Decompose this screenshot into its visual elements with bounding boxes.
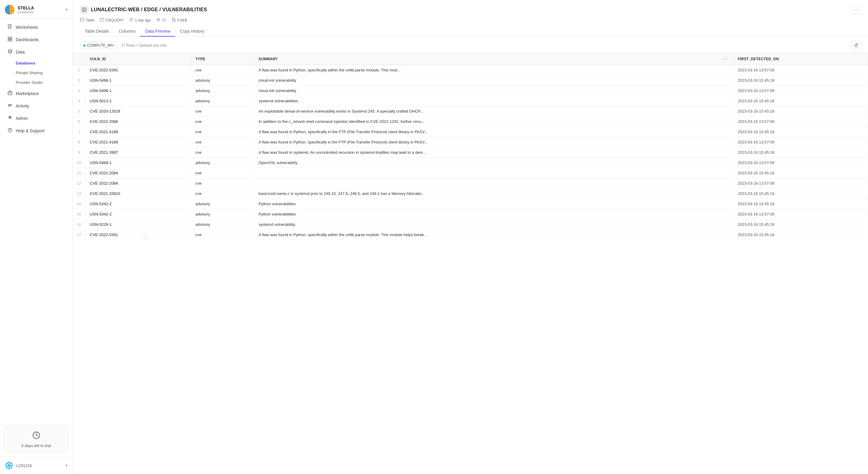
cell-vuln-id: USN-5226-1 <box>85 219 191 230</box>
sidebar-item-help-support-label: Help & Support <box>16 128 44 133</box>
svg-rect-6 <box>8 39 10 41</box>
brand-chevron-icon[interactable]: ▾ <box>66 7 67 12</box>
cell-first-detected: 2023-03-16 13:57:09 <box>733 137 868 147</box>
cell-rownum: 1 <box>73 65 85 75</box>
summary-col-more-button[interactable]: ··· <box>721 56 729 62</box>
sidebar-collapse-button[interactable]: › <box>142 234 148 240</box>
footer-chevron-icon[interactable]: ▾ <box>66 464 67 468</box>
cell-first-detected: 2023-03-16 15:45:18 <box>733 219 868 230</box>
sidebar-item-private-sharing[interactable]: Private Sharing <box>2 68 70 77</box>
tab-table-details[interactable]: Table Details <box>80 26 114 37</box>
cell-first-detected: 2023-03-16 15:45:18 <box>733 106 868 116</box>
query-icon <box>100 18 104 23</box>
cell-first-detected: 2023-03-16 15:45:18 <box>733 96 868 106</box>
svg-line-31 <box>131 20 132 20</box>
compute-wh-badge[interactable]: COMPUTE_WH <box>80 41 117 49</box>
cell-rownum: 17 <box>73 230 85 240</box>
breadcrumb: LUNALECTRIC-WEB / EDGE / VULNERABILITIES <box>80 5 207 14</box>
sidebar-item-databases[interactable]: Databases <box>2 59 70 68</box>
data-table: VULN_ID TYPE SUMMARY ··· FIRST_DETECTED_… <box>73 53 868 240</box>
meta-type-text: Table <box>86 18 94 23</box>
cell-summary: An exploitable denial-of-service vulnera… <box>254 106 733 116</box>
tab-copy-history[interactable]: Copy History <box>175 26 209 37</box>
table-area: COMPUTE_WH 17 Rows • Updated just now VU… <box>73 37 868 474</box>
sidebar-footer[interactable]: LZ91216 ▾ <box>0 457 72 474</box>
cell-first-detected: 2023-03-16 13:57:09 <box>733 209 868 219</box>
cell-rownum: 15 <box>73 209 85 219</box>
tabs-bar: Table Details Columns Data Preview Copy … <box>73 23 868 37</box>
sidebar-item-data[interactable]: Data <box>2 46 70 58</box>
dashboards-icon <box>7 37 13 43</box>
toolbar-left: COMPUTE_WH 17 Rows • Updated just now <box>80 41 166 49</box>
cell-summary: A flaw was found in Python, specifically… <box>254 137 733 147</box>
svg-rect-19 <box>82 8 86 11</box>
sidebar-item-worksheets[interactable]: Worksheets <box>2 21 70 33</box>
footer-id: LZ91216 <box>17 464 63 468</box>
refresh-button[interactable] <box>851 41 861 50</box>
table-row: 16 USN-5226-1 advisory systemd vulnerabi… <box>73 219 868 230</box>
brand-text: STELLA Lunalectric <box>18 5 34 14</box>
cell-type: cve <box>191 127 254 137</box>
table-row: 9 CVE-2021-3997 cve A flaw was found in … <box>73 147 868 158</box>
svg-line-18 <box>36 435 38 436</box>
admin-icon <box>7 115 13 122</box>
size-icon <box>172 18 176 23</box>
table-row: 2 USN-5496-1 advisory cloud-init vulnera… <box>73 75 868 86</box>
sidebar-item-help-support[interactable]: Help & Support <box>2 125 70 137</box>
svg-point-14 <box>8 128 12 132</box>
cell-vuln-id: USN-5496-1 <box>85 75 191 86</box>
table-row: 13 CVE-2021-33910 cve basic/unit-name.c … <box>73 189 868 199</box>
rows-icon <box>156 18 160 23</box>
cell-rownum: 4 <box>73 96 85 106</box>
cell-vuln-id: USN-5488-1 <box>85 158 191 168</box>
cell-summary: systemd vulnerabilities <box>254 96 733 106</box>
cell-first-detected: 2023-03-16 15:45:18 <box>733 127 868 137</box>
tab-data-preview[interactable]: Data Preview <box>140 26 175 37</box>
col-header-first-detected: FIRST_DETECTED_ON <box>733 53 868 65</box>
cell-type: cve <box>191 106 254 116</box>
sidebar-nav: Worksheets Dashboards <box>0 19 72 422</box>
cell-vuln-id: USN-5342-2 <box>85 199 191 209</box>
brand-logo <box>5 5 14 14</box>
more-options-button[interactable]: ··· <box>851 5 861 14</box>
meta-query-text: CNQUERY <box>106 18 124 23</box>
table-header: VULN_ID TYPE SUMMARY ··· FIRST_DETECTED_… <box>73 53 868 65</box>
meta-type: Table <box>80 18 94 23</box>
cell-vuln-id: CVE-2022-2084 <box>85 178 191 189</box>
sidebar-item-provider-studio[interactable]: Provider Studio <box>2 78 70 87</box>
cell-rownum: 6 <box>73 116 85 127</box>
cell-type: advisory <box>191 86 254 96</box>
cell-summary: basic/unit-name.c in systemd prior to 24… <box>254 189 733 199</box>
col-header-type: TYPE <box>191 53 254 65</box>
sidebar-item-dashboards[interactable]: Dashboards <box>2 34 70 46</box>
cell-rownum: 2 <box>73 75 85 86</box>
compute-wh-label: COMPUTE_WH <box>87 43 114 47</box>
sidebar: STELLA Lunalectric ▾ Worksheets <box>0 0 73 474</box>
svg-point-15 <box>10 131 10 131</box>
sidebar-item-marketplace[interactable]: Marketplace <box>2 88 70 100</box>
cell-rownum: 12 <box>73 178 85 189</box>
table-row: 12 CVE-2022-2084 cve 2023-03-16 13:57:09 <box>73 178 868 189</box>
cell-summary: A flaw was found in Python, specifically… <box>254 230 733 240</box>
sidebar-item-admin[interactable]: Admin <box>2 112 70 125</box>
cell-vuln-id: CVE-2021-4189 <box>85 137 191 147</box>
meta-size-text: 5.0KB <box>178 18 187 23</box>
cell-vuln-id: USN-5496-1 <box>85 86 191 96</box>
sidebar-item-activity[interactable]: Activity <box>2 100 70 112</box>
time-icon <box>129 18 133 23</box>
cell-type: cve <box>191 147 254 158</box>
meta-rows-text: 17 <box>162 18 166 23</box>
cell-rownum: 3 <box>73 86 85 96</box>
cell-first-detected: 2023-03-16 15:45:18 <box>733 199 868 209</box>
cell-type: cve <box>191 189 254 199</box>
tab-columns[interactable]: Columns <box>114 26 140 37</box>
svg-rect-7 <box>10 39 12 41</box>
sidebar-item-data-label: Data <box>16 49 25 55</box>
compute-dot <box>83 44 85 46</box>
sidebar-item-worksheets-label: Worksheets <box>16 25 38 30</box>
sidebar-item-private-sharing-label: Private Sharing <box>16 70 43 75</box>
cell-summary: systemd vulnerability <box>254 219 733 230</box>
cell-summary: Python vulnerabilities <box>254 199 733 209</box>
brand[interactable]: STELLA Lunalectric <box>5 5 34 14</box>
col-header-summary: SUMMARY ··· <box>254 53 733 65</box>
